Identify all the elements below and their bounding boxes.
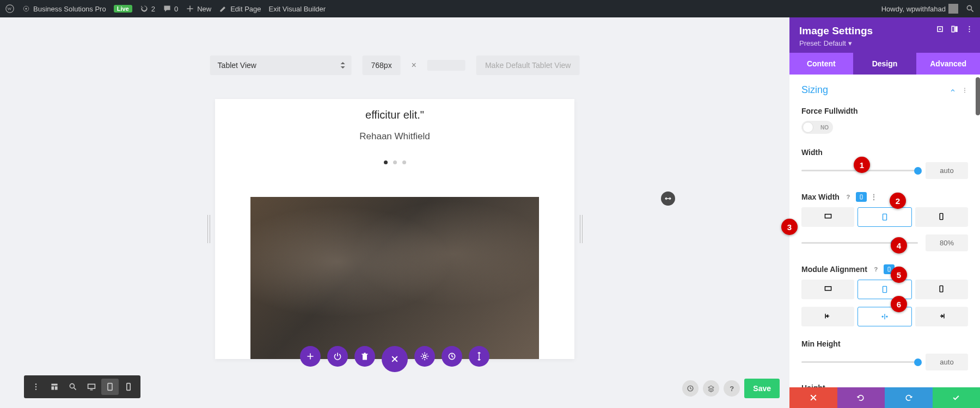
settings-button[interactable] — [414, 346, 435, 367]
desktop-icon[interactable] — [83, 379, 100, 395]
svg-point-4 — [424, 355, 426, 358]
testimonial-text: efficitur elit." — [259, 109, 531, 121]
width-input[interactable] — [926, 162, 968, 179]
zoom-icon[interactable] — [64, 379, 82, 395]
dot[interactable] — [393, 160, 397, 164]
svg-rect-27 — [860, 195, 862, 199]
image-module[interactable] — [250, 197, 539, 359]
add-button[interactable] — [300, 346, 321, 367]
undo-button[interactable] — [837, 387, 885, 408]
max-width-label: Max Width — [801, 193, 840, 201]
viewport-width-input[interactable]: 768px — [363, 55, 401, 75]
resize-handle-right[interactable] — [580, 215, 582, 243]
search-icon[interactable] — [966, 4, 975, 13]
exit-visual-builder[interactable]: Exit Visual Builder — [269, 5, 326, 13]
scrollbar[interactable] — [976, 17, 980, 408]
new-link[interactable]: New — [186, 4, 211, 13]
comments-link[interactable]: 0 — [163, 4, 178, 13]
svg-point-26 — [964, 91, 965, 92]
svg-rect-20 — [955, 26, 958, 32]
marker: 4 — [891, 237, 907, 254]
more-icon[interactable]: ⋮ — [870, 193, 878, 201]
force-fullwidth-label: Force Fullwidth — [801, 107, 968, 115]
device-phone[interactable] — [915, 280, 968, 299]
wireframe-icon[interactable] — [46, 379, 63, 395]
phone-icon[interactable] — [120, 379, 137, 395]
marker: 2 — [890, 193, 906, 209]
marker: 3 — [781, 219, 798, 235]
force-fullwidth-toggle[interactable]: NO — [801, 121, 833, 134]
svg-rect-29 — [883, 214, 886, 220]
close-button[interactable] — [382, 346, 408, 372]
history-button[interactable] — [442, 346, 462, 367]
tab-advanced[interactable]: Advanced — [916, 53, 980, 75]
more-icon[interactable] — [965, 25, 973, 33]
device-desktop[interactable] — [801, 280, 854, 299]
device-tablet[interactable] — [857, 280, 911, 299]
more-icon[interactable] — [961, 87, 968, 94]
tablet-icon[interactable] — [101, 379, 119, 395]
save-button[interactable]: Save — [744, 379, 780, 398]
align-right[interactable] — [915, 307, 968, 326]
viewport-height-input[interactable] — [427, 60, 465, 71]
help-icon[interactable]: ? — [844, 193, 853, 201]
edit-page-link[interactable]: Edit Page — [219, 4, 261, 13]
more-icon[interactable] — [27, 379, 45, 395]
svg-point-8 — [35, 389, 36, 390]
move-button[interactable] — [469, 346, 489, 367]
layers-help-icon[interactable] — [703, 380, 719, 397]
device-desktop[interactable] — [801, 207, 854, 227]
resize-handle-left[interactable] — [207, 215, 210, 243]
power-button[interactable] — [327, 346, 348, 367]
align-left[interactable] — [801, 307, 854, 326]
section-sizing[interactable]: Sizing — [801, 84, 828, 96]
help-icon[interactable]: ? — [872, 265, 880, 274]
svg-rect-11 — [55, 386, 58, 390]
min-height-input[interactable] — [926, 354, 968, 370]
tab-design[interactable]: Design — [853, 53, 917, 75]
redo-button[interactable] — [885, 387, 933, 408]
svg-point-24 — [964, 88, 965, 89]
settings-panel: Image Settings Preset: Default ▾ Content… — [789, 17, 980, 408]
confirm-button[interactable] — [933, 387, 981, 408]
min-height-slider[interactable] — [801, 361, 918, 363]
dot[interactable] — [384, 160, 388, 164]
module-toolbar — [300, 346, 489, 372]
svg-point-22 — [969, 28, 970, 29]
delete-button[interactable] — [354, 346, 375, 367]
device-tablet[interactable] — [857, 207, 911, 227]
panel-drag-handle[interactable] — [661, 191, 675, 206]
wp-admin-bar: Business Solutions Pro Live 2 0 New Edit… — [0, 0, 980, 17]
svg-point-2 — [25, 8, 27, 9]
wp-logo[interactable] — [5, 4, 14, 13]
help-icon[interactable]: ? — [724, 380, 740, 397]
width-label: Width — [801, 148, 968, 157]
svg-rect-34 — [940, 286, 944, 292]
tab-content[interactable]: Content — [789, 53, 853, 75]
module-alignment-label: Module Alignment — [801, 265, 867, 274]
svg-point-25 — [964, 90, 965, 91]
responsive-badge-icon[interactable] — [856, 192, 867, 202]
view-mode-dropdown[interactable]: Tablet View — [210, 55, 352, 75]
svg-rect-31 — [888, 267, 890, 271]
revisions-link[interactable]: 2 — [140, 4, 155, 13]
cancel-button[interactable] — [789, 387, 837, 408]
history-help-icon[interactable] — [682, 380, 699, 397]
make-default-button[interactable]: Make Default Tablet View — [476, 55, 579, 75]
dot[interactable] — [402, 160, 406, 164]
svg-rect-14 — [108, 384, 112, 391]
builder-view-bar — [24, 375, 140, 398]
avatar — [948, 4, 958, 14]
snap-icon[interactable] — [951, 25, 959, 33]
chevron-up-icon[interactable] — [950, 87, 956, 94]
site-name-link[interactable]: Business Solutions Pro — [22, 4, 106, 13]
marker: 5 — [891, 267, 907, 283]
panel-preset[interactable]: Preset: Default ▾ — [799, 39, 970, 47]
svg-rect-10 — [51, 386, 54, 390]
device-phone[interactable] — [915, 207, 968, 227]
slider-dots — [215, 160, 574, 164]
max-width-input[interactable] — [926, 234, 968, 251]
howdy-user[interactable]: Howdy, wpwithfahad — [881, 4, 958, 14]
expand-icon[interactable] — [936, 25, 944, 33]
svg-rect-32 — [825, 287, 831, 290]
